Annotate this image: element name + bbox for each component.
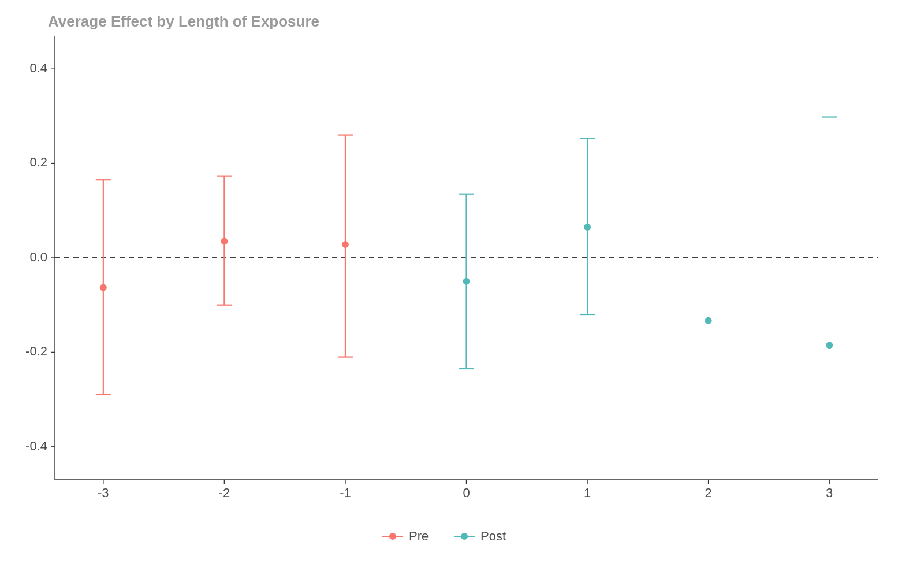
data-point [705,317,712,324]
y-tick-label: 0.4 [29,61,47,75]
y-tick-label: -0.2 [25,344,47,358]
x-tick-label: -2 [219,486,230,500]
svg-point-14 [389,533,396,540]
y-tick-label: 0.0 [29,250,47,264]
x-tick-label: 0 [463,486,470,500]
svg-point-16 [461,533,468,540]
x-tick-label: 1 [584,486,591,500]
data-point [221,238,228,244]
legend-label: Pre [409,529,429,543]
data-point [584,224,591,231]
x-tick-label: 3 [826,486,833,500]
y-tick-label: -0.4 [25,439,47,453]
data-point [463,278,470,285]
data-point [826,342,833,349]
event-study-chart: -0.4-0.20.00.20.4-3-2-10123PrePost [0,0,924,578]
x-tick-label: -3 [98,486,109,500]
legend-item: Pre [382,529,429,543]
data-point [342,241,349,248]
x-tick-label: -1 [340,486,351,500]
legend-item: Post [454,529,506,543]
legend-label: Post [480,529,506,543]
data-point [100,284,107,291]
x-tick-label: 2 [705,486,711,500]
y-tick-label: 0.2 [29,155,47,169]
